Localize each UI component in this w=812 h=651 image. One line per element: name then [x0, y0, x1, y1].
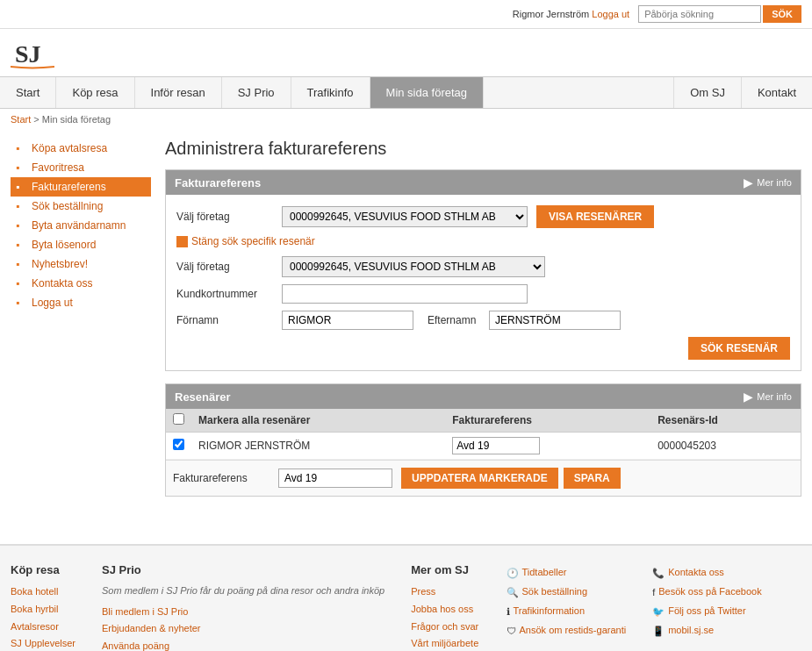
footer-col1-title: Köp resa — [11, 563, 75, 576]
valj-foretag-label: Välj företag — [176, 211, 282, 223]
fakturareferens-bottom-label: Fakturareferens — [173, 472, 278, 484]
uppdatera-markerade-button[interactable]: UPPDATERA MARKERADE — [401, 468, 558, 489]
sidebar-item-byta-losenord[interactable]: ▪ Byta lösenord — [11, 235, 151, 254]
footer-col2-desc: Som medlem i SJ Prio får du poäng på din… — [102, 583, 384, 598]
facebook-icon: f — [652, 583, 655, 602]
top-bar: Rigmor Jernström Logga ut SÖK — [0, 0, 812, 29]
logout-link[interactable]: Logga ut — [592, 9, 629, 19]
footer-press[interactable]: Press — [411, 583, 479, 601]
valj-foretag-select[interactable]: 0000992645, VESUVIUS FOOD STHLM AB — [282, 206, 528, 227]
folder-icon: ▪ — [16, 181, 28, 193]
footer-col-kop-resa: Köp resa Boka hotell Boka hyrbil Avtalsr… — [11, 563, 75, 651]
footer-col-social: 📞 Kontakta oss f Besök oss på Facebook 🐦… — [652, 563, 761, 651]
sidebar-item-kontakta-oss[interactable]: ▪ Kontakta oss — [11, 274, 151, 293]
footer-fragor-svar3[interactable]: Frågor och svar — [411, 619, 479, 636]
search-button[interactable]: SÖK — [763, 5, 801, 23]
sidebar-item-fakturareferens[interactable]: ▪ Fakturareferens — [11, 177, 151, 197]
footer-anvanda-poang[interactable]: Använda poäng — [102, 638, 384, 651]
search-input[interactable] — [638, 5, 761, 23]
footer-col3-title: Mer om SJ — [411, 563, 479, 576]
nav-kontakt[interactable]: Kontakt — [741, 77, 812, 108]
phone-icon: 📞 — [652, 563, 665, 583]
resenarer-title: Resenärer — [175, 390, 231, 404]
fornamn-input[interactable] — [282, 311, 413, 330]
footer-col-services: 🕐 Tidtabeller 🔍 Sök beställning ℹ Trafik… — [507, 563, 627, 651]
sidebar: ▪ Köpa avtalsresa ▪ Favoritresa ▪ Faktur… — [11, 130, 151, 509]
arrow-icon: ▶ — [744, 175, 753, 190]
mer-info-link[interactable]: ▶ Mer info — [744, 175, 792, 190]
footer: Köp resa Boka hotell Boka hyrbil Avtalsr… — [0, 544, 812, 651]
efternamn-input[interactable] — [489, 311, 621, 330]
nav-right: Om SJ Kontakt — [673, 77, 812, 108]
col-markera-label: Markera alla resenärer — [191, 409, 445, 433]
fakturareferens-bottom-input[interactable] — [278, 469, 392, 488]
footer-jobba[interactable]: Jobba hos oss — [411, 601, 479, 619]
row-checkbox-cell — [166, 433, 191, 460]
stang-sok-link[interactable]: Stäng sök specifik resenär — [176, 235, 790, 247]
nav-trafikinfo[interactable]: Trafikinfo — [291, 77, 370, 108]
breadcrumb: Start > Min sida företag — [0, 109, 812, 130]
info-icon: ℹ — [507, 602, 510, 621]
markera-alla-checkbox[interactable] — [173, 413, 184, 425]
sidebar-item-byta-anvandarnamn[interactable]: ▪ Byta användarnamn — [11, 216, 151, 235]
nav-om-sj[interactable]: Om SJ — [673, 77, 741, 108]
checkbox-orange-icon — [176, 236, 188, 247]
folder-icon: ▪ — [16, 277, 28, 290]
table-row: RIGMOR JERNSTRÖM 0000045203 — [166, 433, 801, 460]
sidebar-item-logga-ut[interactable]: ▪ Logga ut — [11, 293, 151, 312]
valj-foretag2-label: Välj företag — [176, 261, 282, 273]
visa-resenarer-button[interactable]: VISA RESENÄRER — [536, 205, 654, 228]
footer-boka-hyrbil[interactable]: Boka hyrbil — [11, 601, 75, 619]
row-fakturareferens-input[interactable] — [452, 437, 540, 454]
fakturareferens-section: Fakturareferens ▶ Mer info Välj företag … — [165, 169, 801, 371]
stang-sok-row: Stäng sök specifik resenär — [176, 235, 790, 247]
spara-button[interactable]: SPARA — [564, 468, 621, 489]
row-name: RIGMOR JERNSTRÖM — [191, 433, 445, 460]
col-fakturareferens-label: Fakturareferens — [445, 409, 650, 433]
user-info: Rigmor Jernström Logga ut — [513, 9, 629, 19]
main-nav: Start Köp resa Inför resan SJ Prio Trafi… — [0, 76, 812, 109]
sidebar-item-kopa-avtalsresa[interactable]: ▪ Köpa avtalsresa — [11, 139, 151, 158]
breadcrumb-current: Min sida företag — [42, 114, 111, 125]
nav-start[interactable]: Start — [0, 77, 56, 108]
resenarer-header: Resenärer ▶ Mer info — [166, 384, 801, 409]
footer-erbjudanden[interactable]: Erbjudanden & nyheter — [102, 620, 384, 638]
resenarer-mer-info[interactable]: ▶ Mer info — [744, 390, 792, 404]
row-fakturareferens-cell — [445, 433, 650, 460]
nav-infor-resan[interactable]: Inför resan — [135, 77, 222, 108]
footer-bli-medlem[interactable]: Bli medlem i SJ Prio — [102, 604, 384, 621]
fakturareferens-header: Fakturareferens ▶ Mer info — [166, 170, 801, 195]
breadcrumb-start[interactable]: Start — [11, 114, 31, 125]
footer-sj-upplevelser[interactable]: SJ Upplevelser — [11, 635, 75, 651]
footer-col-mer-om-sj: Mer om SJ Press Jobba hos oss Frågor och… — [411, 563, 479, 651]
folder-icon: ▪ — [16, 258, 28, 270]
resenarer-arrow-icon: ▶ — [744, 390, 753, 404]
search-icon: 🔍 — [507, 583, 519, 602]
col-resenar-id-label: Resenärs-Id — [650, 409, 801, 433]
bottom-action-row: Fakturareferens UPPDATERA MARKERADE SPAR… — [166, 460, 801, 496]
kundkortnummer-input[interactable] — [282, 284, 528, 304]
sok-resenar-button[interactable]: SÖK RESENÄR — [688, 337, 790, 360]
footer-miljöarbete[interactable]: Vårt miljöarbete — [411, 635, 479, 651]
valj-foretag2-select[interactable]: 0000992645, VESUVIUS FOOD STHLM AB — [282, 256, 545, 277]
footer-boka-hotell[interactable]: Boka hotell — [11, 583, 75, 601]
footer-columns: Köp resa Boka hotell Boka hyrbil Avtalsr… — [11, 563, 801, 651]
sidebar-item-favoritresa[interactable]: ▪ Favoritresa — [11, 158, 151, 177]
namn-row: Förnamn Efternamn — [176, 311, 790, 330]
nav-min-sida[interactable]: Min sida företag — [370, 77, 485, 108]
content-area: Administrera fakturareferens Fakturarefe… — [151, 130, 801, 509]
row-checkbox[interactable] — [173, 439, 184, 450]
search-bar: SÖK — [638, 5, 801, 23]
footer-avtalsresor[interactable]: Avtalsresor — [11, 619, 75, 636]
nav-sj-prio[interactable]: SJ Prio — [222, 77, 291, 108]
nav-kop-resa[interactable]: Köp resa — [56, 77, 134, 108]
col-checkbox — [166, 409, 191, 433]
sidebar-item-nyhetsbrev[interactable]: ▪ Nyhetsbrev! — [11, 254, 151, 274]
folder-icon: ▪ — [16, 239, 28, 251]
mobile-icon: 📱 — [652, 621, 665, 640]
fakturareferens-title: Fakturareferens — [175, 176, 261, 190]
resenarer-section: Resenärer ▶ Mer info Markera alla resenä… — [165, 383, 801, 497]
folder-icon: ▪ — [16, 142, 28, 154]
shield-icon: 🛡 — [507, 621, 516, 640]
sidebar-item-sok-bestallning[interactable]: ▪ Sök beställning — [11, 197, 151, 216]
